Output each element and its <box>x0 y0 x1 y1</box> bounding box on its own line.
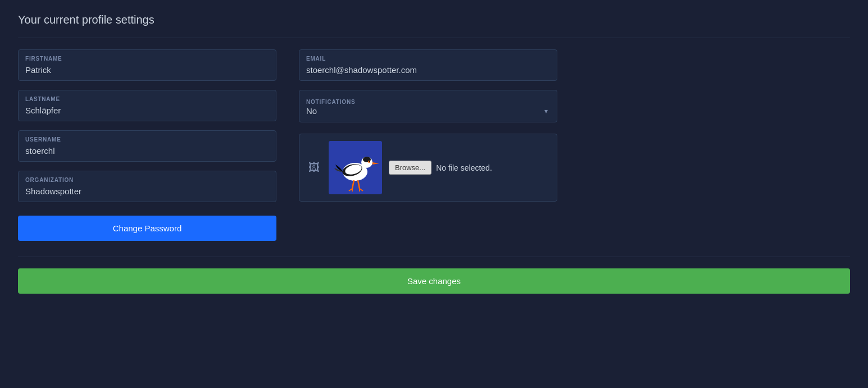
firstname-field-group: FIRSTNAME <box>18 49 276 81</box>
email-field-group: EMAIL <box>299 49 557 81</box>
avatar <box>329 141 382 194</box>
username-label: USERNAME <box>25 136 269 143</box>
top-divider <box>18 38 850 38</box>
page-title: Your current profile settings <box>18 13 850 26</box>
left-column: FIRSTNAME LASTNAME USERNAME ORGANIZATION… <box>18 49 276 241</box>
lastname-label: LASTNAME <box>25 96 269 102</box>
file-input-wrapper: Browse... No file selected. <box>389 161 492 175</box>
lastname-input[interactable] <box>25 106 269 115</box>
no-file-label: No file selected. <box>436 163 492 172</box>
stork-image <box>329 141 382 194</box>
image-icon: 🖼 <box>306 160 322 176</box>
notifications-label: NOTIFICATIONS <box>306 99 355 105</box>
notifications-field-group: NOTIFICATIONS No Yes ▾ <box>299 90 557 122</box>
avatar-section: 🖼 <box>299 134 557 202</box>
firstname-label: FIRSTNAME <box>25 56 269 62</box>
email-input[interactable] <box>306 65 550 75</box>
username-input[interactable] <box>25 146 269 156</box>
svg-point-14 <box>369 161 370 162</box>
change-password-button[interactable]: Change Password <box>18 216 276 241</box>
username-field-group: USERNAME <box>18 130 276 162</box>
save-changes-button[interactable]: Save changes <box>18 268 850 294</box>
firstname-input[interactable] <box>25 65 269 75</box>
right-column: EMAIL NOTIFICATIONS No Yes ▾ 🖼 <box>299 49 557 241</box>
notifications-select[interactable]: No Yes <box>306 106 550 116</box>
organization-field-group: ORGANIZATION <box>18 171 276 202</box>
email-label: EMAIL <box>306 56 550 62</box>
organization-label: ORGANIZATION <box>25 177 269 183</box>
bottom-divider <box>18 257 850 257</box>
lastname-field-group: LASTNAME <box>18 90 276 121</box>
browse-button[interactable]: Browse... <box>389 161 431 175</box>
organization-input[interactable] <box>25 186 269 196</box>
notifications-select-wrapper: No Yes ▾ <box>306 106 550 116</box>
page-container: Your current profile settings FIRSTNAME … <box>0 0 868 307</box>
form-section: FIRSTNAME LASTNAME USERNAME ORGANIZATION… <box>18 49 850 241</box>
